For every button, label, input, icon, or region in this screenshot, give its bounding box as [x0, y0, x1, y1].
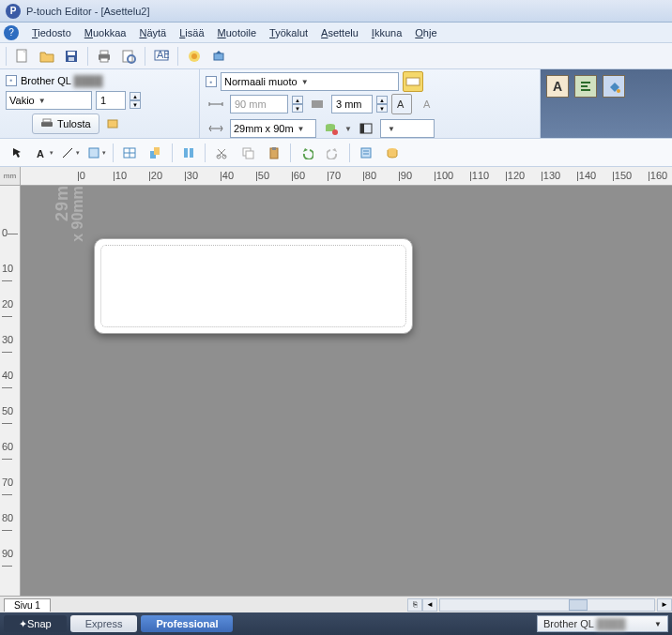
- paste-button[interactable]: [262, 142, 286, 164]
- horizontal-scrollbar[interactable]: [439, 598, 655, 612]
- length-icon: [206, 118, 226, 139]
- ruler-row: mm |0 |10 |20 |30 |40 |50 |60 |70 |80 |9…: [0, 167, 672, 186]
- label-object[interactable]: [94, 238, 413, 334]
- page-tab-1[interactable]: Sivu 1: [4, 598, 51, 612]
- preview-button[interactable]: [118, 46, 139, 67]
- printer-icon: [40, 118, 53, 129]
- orientation-landscape-button[interactable]: [403, 71, 423, 92]
- app-icon: P: [6, 4, 21, 19]
- align-tool[interactable]: [176, 142, 201, 164]
- new-button[interactable]: [12, 46, 33, 67]
- paper-panel: ▪ Normaali muoto▼ 90 mm ▲▼ 3 mm ▲▼ A A 2…: [200, 69, 541, 138]
- shape-tool[interactable]: [84, 142, 109, 164]
- window-title: P-touch Editor - [Asettelu2]: [26, 6, 149, 17]
- mode-professional-button[interactable]: Professional: [141, 615, 233, 632]
- ruler-unit: mm: [0, 167, 21, 185]
- panel-collapse-icon[interactable]: ▪: [206, 76, 217, 87]
- svg-rect-42: [272, 147, 276, 150]
- copies-input[interactable]: 1: [96, 91, 126, 110]
- tool-strip: A: [0, 139, 672, 167]
- margin-spinner[interactable]: ▲▼: [376, 96, 388, 113]
- menu-help[interactable]: Ohje: [409, 25, 442, 40]
- table-tool[interactable]: [117, 142, 142, 164]
- text-direction-vert-button[interactable]: A: [416, 94, 436, 114]
- properties-button[interactable]: [354, 142, 378, 164]
- open-button[interactable]: [37, 46, 57, 67]
- nav-split-icon[interactable]: ⎘: [407, 598, 422, 612]
- status-printer-combo[interactable]: Brother QL ████ ▼: [537, 615, 668, 632]
- cut-button[interactable]: [209, 142, 234, 164]
- align-style-button[interactable]: [574, 75, 597, 98]
- menu-file[interactable]: Tiedosto: [26, 25, 77, 40]
- media-combo[interactable]: Vakio▼: [6, 91, 92, 110]
- wizard-button[interactable]: [184, 46, 205, 67]
- svg-point-23: [332, 129, 338, 135]
- svg-rect-2: [68, 52, 75, 55]
- menu-format[interactable]: Muotoile: [212, 25, 263, 40]
- feed-icon: [307, 94, 328, 114]
- mode-snap-button[interactable]: ✦ Snap: [4, 615, 67, 632]
- svg-rect-14: [41, 122, 53, 127]
- menu-insert[interactable]: Lisää: [174, 25, 209, 40]
- svg-rect-16: [108, 120, 117, 128]
- page-tab-bar: Sivu 1 ⎘ ◄ ►: [0, 596, 672, 612]
- label-size-combo[interactable]: 29mm x 90m▼: [230, 119, 316, 138]
- scroll-left-button[interactable]: ◄: [422, 598, 437, 612]
- menu-bar: ? Tiedosto Muokkaa Näytä Lisää Muotoile …: [0, 23, 672, 43]
- width-input[interactable]: 90 mm: [230, 95, 288, 113]
- redo-button[interactable]: [321, 142, 345, 164]
- menu-tools[interactable]: Työkalut: [264, 25, 313, 40]
- menu-view[interactable]: Näytä: [133, 25, 172, 40]
- panel-collapse-icon[interactable]: ▪: [6, 75, 17, 86]
- print-options-button[interactable]: [103, 113, 122, 134]
- fill-style-button[interactable]: [603, 75, 625, 98]
- svg-rect-25: [360, 124, 364, 133]
- svg-rect-35: [184, 148, 188, 158]
- border-combo[interactable]: ▼: [380, 119, 435, 138]
- print-button[interactable]: [94, 46, 115, 67]
- menu-edit[interactable]: Muokkaa: [79, 25, 132, 40]
- svg-text:ABC: ABC: [157, 49, 169, 60]
- svg-rect-18: [312, 100, 323, 108]
- canvas[interactable]: 29mm x 90mm: [21, 186, 672, 596]
- undo-button[interactable]: [295, 142, 319, 164]
- border-button[interactable]: [356, 118, 376, 139]
- file-toolbar: ABC: [0, 43, 672, 69]
- scroll-right-button[interactable]: ►: [657, 598, 672, 612]
- barcode-button[interactable]: ABC: [151, 46, 172, 67]
- help-icon[interactable]: ?: [4, 25, 19, 40]
- margin-input[interactable]: 3 mm: [331, 95, 373, 113]
- transfer-button[interactable]: [208, 46, 229, 67]
- svg-rect-5: [100, 51, 108, 54]
- menu-layout[interactable]: Asettelu: [315, 25, 364, 40]
- svg-line-28: [63, 148, 72, 158]
- svg-rect-43: [361, 148, 371, 158]
- text-direction-button[interactable]: A: [391, 94, 412, 114]
- svg-rect-34: [154, 147, 160, 155]
- mode-express-button[interactable]: Express: [70, 615, 138, 632]
- copies-spinner[interactable]: ▲▼: [130, 92, 141, 109]
- menu-window[interactable]: Ikkuna: [366, 25, 407, 40]
- printer-name: Brother QL ████: [21, 75, 103, 86]
- print-action-button[interactable]: Tulosta: [32, 113, 99, 134]
- copy-button[interactable]: [236, 142, 260, 164]
- database-button[interactable]: [380, 142, 405, 164]
- mode-bar: ✦ Snap Express Professional Brother QL █…: [0, 612, 672, 635]
- svg-rect-40: [246, 151, 253, 159]
- line-tool[interactable]: [58, 142, 83, 164]
- svg-rect-6: [100, 58, 108, 62]
- pointer-tool[interactable]: [6, 142, 30, 164]
- text-tool[interactable]: A: [32, 142, 56, 164]
- font-style-button[interactable]: A: [546, 75, 569, 98]
- svg-rect-29: [89, 148, 99, 158]
- layout-style-combo[interactable]: Normaali muoto▼: [221, 72, 399, 91]
- save-button[interactable]: [61, 46, 82, 67]
- property-panels: ▪ Brother QL ████ Vakio▼ 1 ▲▼ Tulosta ▪ …: [0, 69, 672, 139]
- width-spinner[interactable]: ▲▼: [292, 96, 303, 113]
- arrange-tool[interactable]: [144, 142, 168, 164]
- horizontal-ruler[interactable]: |0 |10 |20 |30 |40 |50 |60 |70 |80 |90 |…: [21, 167, 672, 185]
- vertical-ruler[interactable]: 0— 10— 20— 30— 40— 50— 60— 70— 80— 90—: [0, 186, 21, 596]
- svg-text:A: A: [423, 98, 431, 110]
- svg-point-26: [617, 89, 620, 93]
- db-link-button[interactable]: [320, 118, 341, 139]
